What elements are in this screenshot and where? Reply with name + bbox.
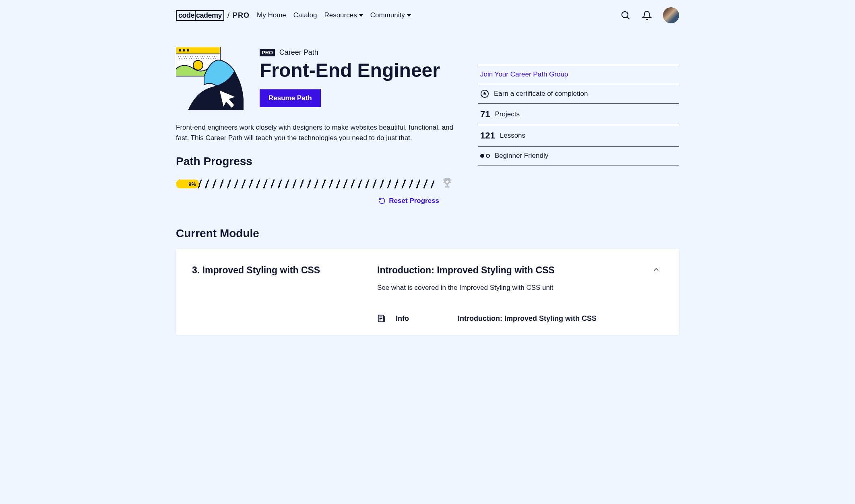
info-icon (377, 314, 386, 323)
chevron-up-icon[interactable] (653, 266, 660, 275)
resume-path-button[interactable]: Resume Path (260, 89, 321, 107)
unit-title: Introduction: Improved Styling with CSS (377, 265, 555, 276)
svg-line-1 (627, 17, 629, 19)
svg-point-22 (212, 56, 213, 57)
svg-point-17 (200, 56, 200, 57)
projects-count: 71 (480, 109, 490, 120)
svg-point-30 (191, 58, 192, 59)
svg-point-26 (182, 58, 182, 59)
svg-point-4 (183, 49, 185, 52)
nav-my-home[interactable]: My Home (257, 11, 286, 19)
svg-point-32 (196, 58, 197, 59)
svg-point-13 (190, 56, 191, 57)
reset-icon (378, 197, 386, 204)
level-row: Beginner Friendly (478, 146, 679, 165)
svg-point-25 (179, 58, 180, 59)
module-card: 3. Improved Styling with CSS Introductio… (176, 249, 679, 335)
reset-row: Reset Progress (176, 197, 454, 205)
svg-point-33 (198, 58, 199, 59)
svg-point-11 (185, 56, 186, 57)
bell-icon[interactable] (642, 10, 652, 21)
reset-progress-link[interactable]: Reset Progress (389, 197, 439, 205)
module-left: 3. Improved Styling with CSS (192, 265, 353, 323)
certificate-row: Earn a certificate of completion (478, 84, 679, 103)
chevron-down-icon (359, 14, 363, 17)
progress-track: 9% (176, 180, 436, 188)
stats-sidebar: Join Your Career Path Group Earn a certi… (478, 47, 679, 205)
module-item[interactable]: Info Introduction: Improved Styling with… (377, 314, 660, 323)
item-type: Info (377, 314, 442, 323)
svg-point-27 (184, 58, 185, 59)
projects-label: Projects (495, 110, 519, 118)
hero-left: PRO Career Path Front-End Engineer Resum… (176, 47, 454, 205)
title-block: PRO Career Path Front-End Engineer Resum… (260, 47, 454, 107)
career-path-label: Career Path (279, 48, 318, 56)
svg-point-37 (208, 58, 209, 59)
nav-label: Catalog (293, 11, 317, 19)
stats-list: Join Your Career Path Group Earn a certi… (478, 65, 679, 165)
svg-point-8 (178, 56, 179, 57)
logo-slash: / (227, 11, 229, 20)
progress-percent: 9% (188, 181, 196, 187)
lessons-count: 121 (480, 130, 495, 141)
nav-links: My Home Catalog Resources Community (257, 11, 411, 19)
nav-label: My Home (257, 11, 286, 19)
svg-point-5 (187, 49, 189, 52)
svg-point-29 (189, 58, 190, 59)
svg-point-38 (211, 58, 211, 59)
svg-point-9 (180, 56, 181, 57)
path-description: Front-end engineers work closely with de… (176, 122, 454, 143)
search-icon[interactable] (620, 10, 631, 21)
current-module-heading: Current Module (176, 227, 679, 240)
svg-point-15 (195, 56, 196, 57)
svg-point-39 (213, 58, 214, 59)
unit-header[interactable]: Introduction: Improved Styling with CSS (377, 265, 660, 276)
svg-point-19 (204, 56, 205, 57)
progress-fill: 9% (176, 180, 199, 188)
nav-right (620, 7, 679, 23)
chevron-down-icon (407, 14, 411, 17)
svg-point-40 (215, 58, 216, 59)
svg-point-18 (202, 56, 203, 57)
progress-bar: 9% (176, 177, 454, 191)
certificate-text: Earn a certificate of completion (494, 90, 588, 98)
svg-point-31 (194, 58, 194, 59)
hero: PRO Career Path Front-End Engineer Resum… (176, 47, 679, 205)
path-illustration (176, 47, 244, 110)
progress-section: Path Progress 9% (176, 155, 454, 205)
svg-point-12 (188, 56, 188, 57)
module-right: Introduction: Improved Styling with CSS … (377, 265, 660, 323)
unit-description: See what is covered in the Improved Styl… (377, 284, 660, 292)
nav-label: Resources (324, 11, 357, 19)
logo[interactable]: code cademy / PRO (176, 10, 250, 21)
join-group-link[interactable]: Join Your Career Path Group (480, 70, 568, 78)
nav-label: Community (370, 11, 405, 19)
hero-top: PRO Career Path Front-End Engineer Resum… (176, 47, 454, 110)
svg-point-20 (207, 56, 208, 57)
svg-point-10 (183, 56, 184, 57)
module-title: 3. Improved Styling with CSS (192, 265, 353, 276)
item-title: Introduction: Improved Styling with CSS (458, 314, 597, 323)
svg-point-28 (186, 58, 187, 59)
nav-community[interactable]: Community (370, 11, 411, 19)
nav-catalog[interactable]: Catalog (293, 11, 317, 19)
level-dots-icon (480, 154, 490, 158)
avatar[interactable] (663, 7, 679, 23)
lessons-row: 121 Lessons (478, 125, 679, 146)
lessons-label: Lessons (500, 132, 525, 140)
current-module-section: Current Module 3. Improved Styling with … (176, 227, 679, 335)
join-group-row[interactable]: Join Your Career Path Group (478, 65, 679, 84)
svg-point-34 (201, 58, 202, 59)
svg-point-3 (179, 49, 181, 52)
navbar: code cademy / PRO My Home Catalog Resour… (176, 0, 679, 31)
progress-heading: Path Progress (176, 155, 454, 168)
svg-rect-2 (176, 47, 220, 54)
svg-point-14 (192, 56, 193, 57)
svg-point-21 (209, 56, 210, 57)
svg-point-41 (193, 60, 203, 70)
logo-cademy: cademy (196, 11, 222, 20)
level-label: Beginner Friendly (495, 152, 548, 160)
nav-resources[interactable]: Resources (324, 11, 363, 19)
svg-point-0 (622, 12, 628, 18)
trophy-icon (441, 177, 454, 191)
